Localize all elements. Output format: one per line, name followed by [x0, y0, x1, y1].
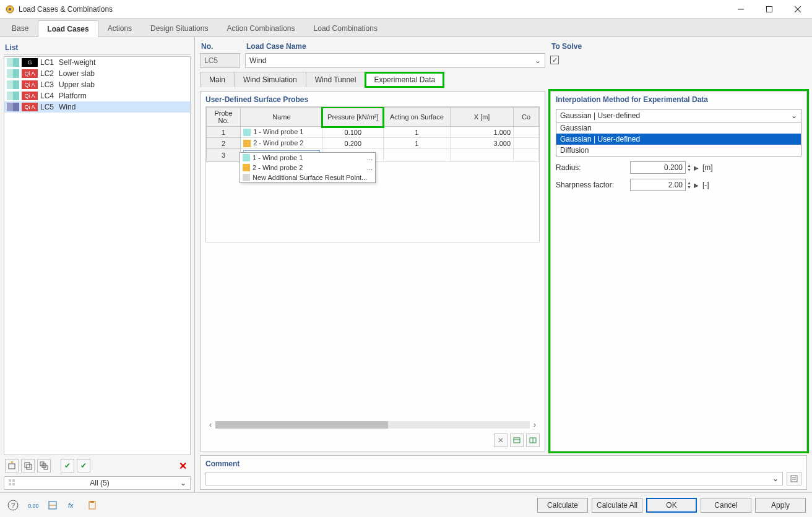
main-tab-bar: Base Load Cases Actions Design Situation…: [0, 19, 812, 37]
window-title: Load Cases & Combinations: [19, 5, 727, 14]
svg-rect-21: [791, 476, 797, 482]
tab-base[interactable]: Base: [2, 20, 38, 36]
subtab-wind-simulation[interactable]: Wind Simulation: [235, 72, 306, 87]
radius-unit: [m]: [702, 163, 713, 172]
tab-load-cases[interactable]: Load Cases: [38, 20, 98, 37]
col-probe-no[interactable]: ProbeNo.: [207, 108, 241, 127]
apply-button[interactable]: Apply: [755, 498, 806, 513]
minimize-button[interactable]: [727, 0, 755, 19]
dropdown-item[interactable]: 1 - Wind probe 1...: [240, 153, 375, 163]
svg-rect-14: [12, 479, 15, 482]
table-row[interactable]: 11 - Wind probe 10.10011.000: [207, 127, 539, 138]
svg-rect-17: [514, 438, 520, 443]
list-item[interactable]: Qi ALC4Platform: [4, 90, 190, 101]
table-horizontal-scrollbar[interactable]: ‹ ›: [205, 420, 540, 430]
to-solve-label: To Solve: [550, 41, 807, 53]
sharpness-spinner[interactable]: ▲▼: [687, 181, 691, 189]
load-case-name-dropdown[interactable]: Wind ⌄: [245, 53, 545, 68]
radius-spinner[interactable]: ▲▼: [687, 163, 691, 172]
delete-button[interactable]: ✕: [176, 459, 189, 472]
load-case-list[interactable]: GLC1Self-weightQi ALC2Lower slabQi ALC3U…: [4, 56, 191, 455]
maximize-button[interactable]: [755, 0, 784, 19]
titlebar: Load Cases & Combinations: [0, 0, 812, 19]
table-delete-button[interactable]: ✕: [494, 434, 508, 447]
interpolation-panel: Interpolation Method for Experimental Da…: [550, 91, 807, 451]
tab-design-situations[interactable]: Design Situations: [141, 20, 217, 36]
list-item[interactable]: Qi ALC3Upper slab: [4, 79, 190, 90]
check-all-button[interactable]: ✔: [77, 459, 90, 472]
table-export-button[interactable]: [510, 434, 524, 447]
tab-load-combinations[interactable]: Load Combinations: [304, 20, 387, 36]
tab-action-combinations[interactable]: Action Combinations: [217, 20, 304, 36]
chevron-down-icon: ⌄: [791, 111, 797, 120]
col-pressure[interactable]: Pressure [kN/m²]: [322, 108, 383, 127]
list-item[interactable]: Qi ALC5Wind: [4, 101, 190, 113]
svg-text:?: ?: [11, 502, 15, 509]
new-item-button[interactable]: ✦: [5, 459, 19, 472]
chevron-down-icon: ⌄: [179, 479, 186, 487]
probes-panel: User-Defined Surface Probes ProbeNo. Nam…: [200, 91, 545, 451]
sharpness-stepper-icon[interactable]: ▶: [694, 182, 699, 189]
help-icon[interactable]: ?: [6, 498, 20, 512]
col-surface[interactable]: Acting on Surface: [383, 108, 450, 127]
ok-button[interactable]: OK: [646, 498, 697, 513]
svg-rect-9: [27, 464, 32, 469]
interpolation-method-dropdown[interactable]: Gaussian | User-defined ⌄: [556, 109, 801, 122]
svg-rect-8: [25, 463, 30, 468]
list-item[interactable]: GLC1Self-weight: [4, 57, 190, 68]
table-row[interactable]: 22 - Wind probe 20.20013.000: [207, 138, 539, 149]
svg-rect-13: [9, 479, 11, 482]
subtab-wind-tunnel[interactable]: Wind Tunnel: [306, 72, 366, 87]
calculate-button[interactable]: Calculate: [537, 498, 588, 513]
no-label: No.: [200, 41, 240, 53]
copy-all-button[interactable]: [37, 459, 51, 472]
comment-dropdown[interactable]: ⌄: [205, 472, 783, 485]
dropdown-item[interactable]: New Additional Surface Result Point...: [240, 173, 375, 182]
list-header: List: [4, 41, 191, 55]
comment-edit-button[interactable]: [787, 472, 801, 485]
radius-stepper-icon[interactable]: ▶: [694, 164, 699, 171]
col-name[interactable]: Name: [241, 108, 323, 127]
col-x[interactable]: X [m]: [451, 108, 514, 127]
sharpness-input[interactable]: 2.00: [630, 179, 686, 191]
name-label: Load Case Name: [245, 41, 545, 53]
tab-actions[interactable]: Actions: [98, 20, 141, 36]
check-button[interactable]: ✔: [61, 459, 74, 472]
copy-item-button[interactable]: [21, 459, 35, 472]
units-icon[interactable]: 0.00: [26, 498, 40, 512]
sub-tab-bar: Main Wind Simulation Wind Tunnel Experim…: [200, 72, 444, 87]
subtab-main[interactable]: Main: [201, 72, 235, 87]
sharpness-unit: [-]: [702, 181, 709, 189]
col-co[interactable]: Co: [514, 108, 539, 127]
main-area: No. LC5 Load Case Name Wind ⌄ To Solve ✓…: [195, 37, 812, 492]
filter-text: All (5): [20, 479, 179, 487]
interpolation-option[interactable]: Gaussian: [556, 122, 801, 134]
probe-dropdown-popup[interactable]: 1 - Wind probe 1...2 - Wind probe 2...Ne…: [240, 152, 376, 183]
interpolation-option[interactable]: Diffusion: [556, 145, 801, 156]
filter-icon: [8, 479, 18, 488]
table-import-button[interactable]: [526, 434, 540, 447]
footer: ? 0.00 fx Calculate Calculate All OK Can…: [0, 492, 812, 517]
comment-section: Comment ⌄: [200, 455, 807, 490]
no-field: LC5: [200, 53, 240, 68]
comment-label: Comment: [205, 459, 801, 469]
radius-label: Radius:: [556, 163, 630, 172]
function-icon[interactable]: fx: [66, 498, 79, 512]
interpolation-option[interactable]: Gaussian | User-defined: [556, 134, 801, 145]
settings-icon[interactable]: [46, 498, 59, 512]
clipboard-icon[interactable]: [85, 498, 99, 512]
interpolation-options-list[interactable]: GaussianGaussian | User-definedDiffusion: [556, 122, 801, 156]
list-filter-dropdown[interactable]: All (5) ⌄: [4, 476, 191, 490]
to-solve-checkbox[interactable]: ✓: [550, 56, 559, 64]
cancel-button[interactable]: Cancel: [701, 498, 751, 513]
probes-title: User-Defined Surface Probes: [201, 92, 545, 106]
subtab-experimental-data[interactable]: Experimental Data: [365, 72, 444, 87]
radius-input[interactable]: 0.200: [630, 161, 686, 174]
chevron-down-icon: ⌄: [772, 474, 779, 483]
list-item[interactable]: Qi ALC2Lower slab: [4, 68, 190, 79]
close-button[interactable]: [784, 0, 812, 19]
svg-rect-16: [12, 483, 15, 485]
calculate-all-button[interactable]: Calculate All: [592, 498, 642, 513]
dropdown-item[interactable]: 2 - Wind probe 2...: [240, 163, 375, 173]
app-icon: [5, 4, 15, 14]
